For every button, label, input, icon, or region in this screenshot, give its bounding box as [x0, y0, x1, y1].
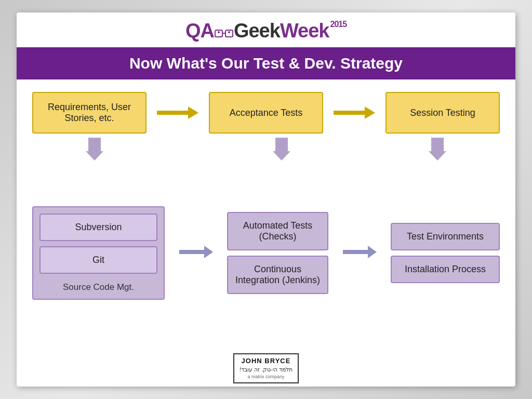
logo-glasses-icon: [215, 29, 233, 38]
svg-rect-8: [334, 111, 366, 115]
subversion-box: Subversion: [39, 214, 157, 241]
requirements-box: Requirements, User Stories, etc.: [32, 92, 147, 134]
arrow-source-to-ci: [179, 245, 213, 261]
svg-rect-15: [343, 250, 369, 254]
test-environments-box: Test Environments: [391, 223, 500, 250]
svg-point-3: [218, 31, 220, 33]
svg-marker-14: [204, 246, 213, 258]
acceptance-tests-box: Acceptance Tests: [209, 92, 323, 134]
svg-marker-7: [188, 107, 198, 119]
company-sub: a matrix company: [240, 374, 292, 380]
logo-bar: QAGeekWeek2015: [17, 12, 515, 47]
down-arrows-row: [32, 138, 500, 161]
bottom-row: Subversion Git Source Code Mgt. Automate…: [32, 163, 500, 344]
svg-point-4: [228, 31, 230, 33]
svg-rect-13: [179, 250, 205, 254]
down-arrow-mid: [224, 138, 339, 161]
source-code-label: Source Code Mgt.: [39, 279, 157, 292]
logo-geek: Geek: [234, 20, 280, 42]
svg-marker-11: [273, 138, 290, 161]
source-code-container: Subversion Git Source Code Mgt.: [32, 206, 165, 300]
svg-marker-10: [86, 138, 103, 161]
svg-rect-6: [157, 111, 189, 115]
svg-rect-1: [225, 30, 233, 37]
git-box: Git: [39, 246, 157, 274]
logo-qa: QA: [185, 20, 214, 42]
arrow-req-to-acceptance: [147, 105, 209, 121]
company-badge: JOHN BRYCE תלמד הי-טק. זה עובד! a matrix…: [233, 353, 299, 383]
logo-week: Week: [280, 20, 329, 42]
company-name: JOHN BRYCE: [240, 356, 292, 366]
ci-box: Continuous Integration (Jenkins): [227, 256, 328, 294]
footer: JOHN BRYCE תלמד הי-טק. זה עובד! a matrix…: [17, 349, 515, 387]
svg-marker-12: [429, 138, 446, 161]
logo-year: 2015: [330, 20, 347, 29]
down-arrow-right: [380, 138, 495, 161]
slide: QAGeekWeek2015 Now What's Our Test & Dev…: [17, 12, 515, 387]
svg-marker-9: [365, 107, 375, 119]
svg-rect-0: [215, 30, 222, 37]
middle-column: Automated Tests (Checks) Continuous Inte…: [227, 212, 328, 294]
right-column: Test Environments Installation Process: [391, 223, 500, 283]
top-row: Requirements, User Stories, etc. Accepta…: [32, 92, 500, 134]
down-arrow-left: [37, 138, 152, 161]
session-testing-box: Session Testing: [385, 92, 500, 134]
header-title: Now What's Our Test & Dev. Strategy: [17, 47, 515, 79]
installation-process-box: Installation Process: [391, 256, 500, 283]
arrow-ci-to-installation: [343, 245, 377, 261]
company-tagline: תלמד הי-טק. זה עובד!: [240, 366, 292, 374]
content-area: Requirements, User Stories, etc. Accepta…: [17, 79, 515, 349]
arrow-acceptance-to-session: [323, 105, 385, 121]
svg-marker-16: [368, 246, 377, 258]
automated-tests-box: Automated Tests (Checks): [227, 212, 328, 250]
